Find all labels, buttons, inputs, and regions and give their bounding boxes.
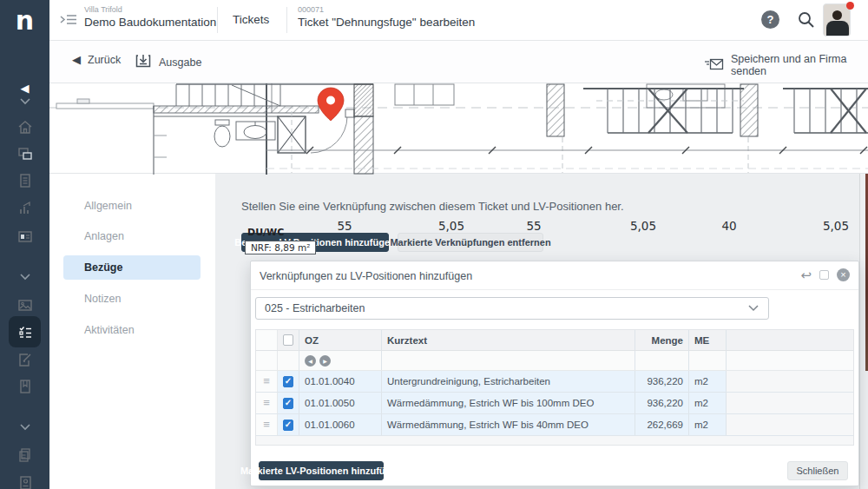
nav-item-aktivitaeten[interactable]: Aktivitäten [63,318,201,342]
drag-handle-icon: ≡ [263,420,270,429]
expand-icon[interactable] [819,270,829,280]
drag-handle[interactable]: ≡ [256,371,278,392]
row-me: m2 [689,371,727,392]
back-button[interactable]: ◀ Zurück [72,53,121,66]
table-row[interactable]: ≡ ✓ 01.01.0060 Wärmedämmung, Estrich WF … [256,414,853,436]
row-oz: 01.01.0050 [299,393,382,413]
row-menge: 936,220 [635,393,689,413]
page-prev-icon[interactable]: ◀ [305,355,316,367]
sidebar-toggle-icon[interactable] [59,12,78,30]
divider [286,7,287,33]
help-icon[interactable]: ? [761,10,779,29]
row-kurztext: Untergrundreinigung, Estricharbeiten [382,371,635,392]
chevron-down-icon[interactable] [0,416,49,439]
id-card-icon[interactable] [0,225,49,248]
row-oz: 01.01.0060 [299,414,382,435]
column-header-me[interactable]: ME [689,330,727,350]
row-kurztext: Wärmedämmung, Estrich WF bis 40mm DEO [382,414,635,435]
row-checkbox[interactable]: ✓ [278,393,299,413]
sidebar-item-references-active[interactable] [9,316,41,347]
page-next-icon[interactable]: ▶ [319,355,331,367]
avatar-body [826,21,849,36]
floor-plan-drawing [49,83,868,175]
file-copy-icon[interactable] [0,444,49,466]
row-oz: 01.01.0040 [299,371,382,392]
instruction-text: Stellen Sie eine Verknüpfung zwischen di… [241,200,624,213]
output-label: Ausgabe [159,56,201,69]
undo-icon[interactable]: ↩ [800,268,812,281]
ticket-section-nav: Allgemein Anlagen Bezüge Notizen Aktivit… [49,174,215,489]
nav-item-notizen[interactable]: Notizen [63,287,201,311]
ticket-number: 000071 [298,5,475,15]
book-icon[interactable] [0,375,49,398]
send-mail-icon [705,58,724,73]
app-logo[interactable]: n [0,0,49,41]
select-all-checkbox[interactable] [278,330,299,350]
drag-handle[interactable]: ≡ [256,393,278,413]
select-value: 025 - Estricharbeiten [265,302,365,314]
add-marked-positions-button[interactable]: Markierte LV-Positionen hinzufügen [259,461,384,480]
remove-references-button[interactable]: Markierte Verknüpfungen entfernen [398,233,543,252]
room-area-label: NRF: 8,89 m² [245,241,316,254]
row-kurztext: Wärmedämmung, Estrich WF bis 100mm DEO [382,393,635,413]
chevron-down-icon[interactable] [0,266,49,288]
drag-handle[interactable]: ≡ [256,414,278,435]
table-row[interactable]: ≡ ✓ 01.01.0050 Wärmedämmung, Estrich WF … [256,393,853,414]
row-me: m2 [689,414,727,435]
page-title: Ticket "Dehnungsfuge" bearbeiten [298,15,475,30]
user-card-icon[interactable] [0,472,49,489]
edit-note-icon[interactable] [0,348,49,371]
output-button[interactable]: Ausgabe [135,53,201,71]
row-checkbox[interactable]: ✓ [278,414,299,435]
table-filter-row: ◀ ▶ [256,351,853,371]
dimension-label: 5,05 [630,219,656,233]
breadcrumb-ticket: 000071 Ticket "Dehnungsfuge" bearbeiten [298,5,475,30]
home-icon[interactable] [0,116,49,138]
breadcrumb-project[interactable]: Villa Trifold Demo Baudokumentation [84,5,216,30]
save-send-button[interactable]: Speichern und an Firma senden [705,53,868,77]
lv-catalog-select[interactable]: 025 - Estricharbeiten [255,297,769,320]
column-header-kurztext[interactable]: Kurztext [382,330,635,350]
column-header-oz[interactable]: OZ [299,330,382,350]
search-icon[interactable] [797,10,816,33]
avatar[interactable] [823,3,851,36]
close-icon[interactable]: × [837,268,850,281]
layers-icon[interactable] [0,142,49,165]
blueprint-photo[interactable]: 55 5,05 55 5,05 40 5,05 DU/WC NRF: 8,89 … [49,83,868,174]
room-label: DU/WC [247,227,284,238]
scroll-edge[interactable] [859,174,868,489]
dimension-label: 40 [721,219,736,233]
nav-item-anlagen[interactable]: Anlagen [63,224,201,248]
back-arrow-icon: ◀ [72,53,81,66]
row-menge: 936,220 [635,371,689,392]
app-window: n ◀ [0,0,868,489]
document-icon[interactable] [0,169,49,192]
image-icon[interactable] [0,294,49,316]
row-checkbox[interactable]: ✓ [278,371,299,392]
modal-title: Verknüpfungen zu LV-Positionen hinzufüge… [260,270,472,282]
column-header-menge[interactable]: Menge [635,330,689,350]
nav-item-allgemein[interactable]: Allgemein [63,194,201,218]
breadcrumb-tickets[interactable]: Tickets [233,13,269,26]
drag-handle-icon: ≡ [263,377,270,386]
table-header-row: OZ Kurztext Menge ME [256,330,853,351]
download-tray-icon [135,53,152,71]
chart-icon[interactable] [0,197,49,220]
table-row[interactable]: ≡ ✓ 01.01.0040 Untergrundreinigung, Estr… [256,371,853,393]
chevron-down-icon [747,302,760,314]
top-bar: Villa Trifold Demo Baudokumentation Tick… [49,0,868,41]
save-send-label: Speichern und an Firma senden [731,53,868,77]
close-modal-button[interactable]: Schließen [787,461,848,480]
divider [251,289,858,290]
lv-positions-table: OZ Kurztext Menge ME ◀ ▶ ≡ ✓ 01. [255,329,854,446]
row-menge: 262,669 [635,414,689,435]
avatar-head [832,10,842,20]
notification-dot [846,2,854,10]
chevron-down-icon[interactable] [0,90,49,113]
back-label: Zurück [88,54,121,66]
lv-positions-modal: Verknüpfungen zu LV-Positionen hinzufüge… [250,261,859,486]
nav-item-bezuege[interactable]: Bezüge [63,255,201,280]
divider [217,7,218,33]
sidebar: n ◀ [0,0,49,489]
project-name: Demo Baudokumentation [84,15,216,30]
